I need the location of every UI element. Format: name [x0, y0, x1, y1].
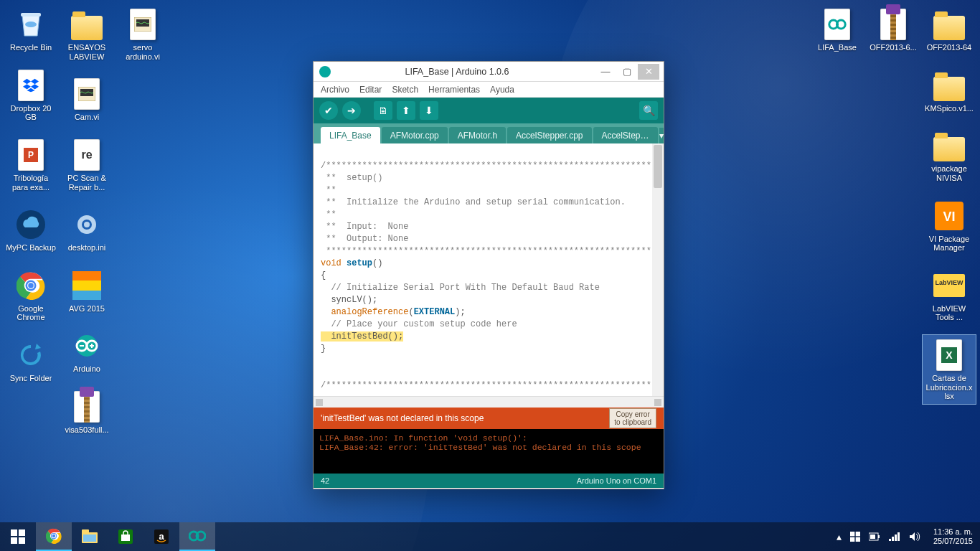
taskbar-store[interactable] — [108, 522, 143, 551]
desktop: Recycle BinDropbox 20 GBPTribología para… — [0, 0, 980, 551]
menu-editar[interactable]: Editar — [359, 85, 382, 95]
desktop-icon-cam-vi[interactable]: Cam.vi — [60, 74, 113, 125]
desktop-icons-right: OFF2013-64KMSpico.v1...vipackage NIVISAV… — [808, 4, 976, 404]
code-line: // Place your custom setup code here — [321, 319, 517, 329]
ensayos-labview-icon — [70, 7, 104, 42]
tab-afmotor-h[interactable]: AFMotor.h — [449, 127, 506, 143]
visa503-icon — [70, 390, 104, 424]
maximize-button[interactable]: ▢ — [616, 64, 638, 80]
taskbar-arduino[interactable] — [179, 522, 215, 551]
system-tray: ▴ — [831, 522, 926, 551]
desktop-icon-tribologia[interactable]: PTribología para exa... — [4, 135, 57, 194]
svg-rect-44 — [121, 534, 130, 541]
sync-folder-icon — [14, 338, 48, 372]
tray-volume-icon[interactable] — [909, 532, 920, 542]
menu-ayuda[interactable]: Ayuda — [490, 85, 514, 95]
code-line: } — [321, 344, 326, 354]
code-line: ** setup() — [321, 173, 382, 183]
desktop-icon-avg[interactable]: AVG 2015 — [60, 265, 113, 316]
new-button[interactable]: 🗎 — [374, 101, 392, 120]
desktop-icon-label: Recycle Bin — [10, 43, 52, 52]
taskbar-explorer[interactable] — [72, 522, 108, 551]
menu-herramientas[interactable]: Herramientas — [428, 85, 480, 95]
desktop-icon-desktop-ini[interactable]: desktop.ini — [60, 204, 113, 255]
editor-vertical-scrollbar[interactable] — [652, 143, 664, 396]
taskbar-clock[interactable]: 11:36 a. m. 25/07/2015 — [926, 522, 980, 551]
desktop-icon-dropbox[interactable]: Dropbox 20 GB — [4, 65, 57, 125]
desktop-icon-label: servo arduino.vi — [117, 43, 169, 61]
minimize-button[interactable]: — — [595, 64, 616, 80]
desktop-icon-sync-folder[interactable]: Sync Folder — [4, 335, 57, 386]
desktop-icon-label: AVG 2015 — [69, 304, 105, 314]
kmspico-icon — [932, 68, 966, 103]
code-line: { — [321, 270, 326, 281]
tab-accelstepper-h[interactable]: AccelStep… — [593, 127, 658, 143]
desktop-icon-label: Cam.vi — [75, 113, 99, 122]
tray-action-center-icon[interactable] — [850, 532, 860, 542]
desktop-icon-vipm[interactable]: VIVI Package Manager — [923, 196, 976, 255]
desktop-icon-mypc-backup[interactable]: MyPC Backup — [4, 204, 57, 255]
desktop-ini-icon — [70, 207, 104, 242]
svg-rect-55 — [870, 534, 875, 539]
tray-overflow-icon[interactable]: ▴ — [837, 531, 842, 542]
chrome-icon — [14, 268, 48, 303]
svg-rect-33 — [11, 537, 17, 544]
desktop-icon-label: Arduino — [73, 364, 100, 374]
desktop-icon-off2013-6[interactable]: OFF2013-6... — [867, 4, 920, 55]
desktop-icon-vipackage[interactable]: vipackage NIVISA — [923, 126, 976, 185]
desktop-icon-cartas-xlsx[interactable]: XCartas de Lubricacion.x lsx — [923, 335, 976, 404]
upload-button[interactable]: ➔ — [342, 101, 361, 120]
svg-rect-54 — [878, 535, 880, 538]
desktop-icon-kmspico[interactable]: KMSpico.v1... — [923, 65, 976, 116]
svg-rect-59 — [897, 532, 900, 541]
toolbar: ✔ ➔ 🗎 ⬆ ⬇ 🔍 — [314, 98, 664, 123]
desktop-icon-label: OFF2013-64 — [927, 43, 971, 52]
tabs-overflow-button[interactable]: ▾ — [659, 128, 664, 143]
code-editor[interactable]: /***************************************… — [314, 143, 664, 396]
menu-archivo[interactable]: Archivo — [321, 85, 349, 95]
svg-rect-51 — [850, 537, 854, 542]
code-token: analogReference — [321, 307, 408, 317]
desktop-icon-visa503[interactable]: visa503full... — [60, 387, 113, 438]
console[interactable]: LIFA_Base.ino: In function 'void setup()… — [314, 429, 664, 474]
desktop-icon-chrome[interactable]: Google Chrome — [4, 265, 57, 325]
close-button[interactable]: ✕ — [638, 64, 659, 80]
desktop-icons-left: Recycle BinDropbox 20 GBPTribología para… — [4, 4, 172, 438]
tab-lifa-base[interactable]: LIFA_Base — [321, 127, 380, 143]
desktop-icon-lifa-base-folder[interactable]: LIFA_Base — [811, 4, 864, 55]
verify-button[interactable]: ✔ — [319, 101, 338, 120]
svg-point-9 — [80, 217, 94, 232]
servo-vi-icon — [126, 7, 160, 42]
svg-point-15 — [76, 335, 98, 357]
menu-sketch[interactable]: Sketch — [392, 85, 418, 95]
tab-accelstepper-cpp[interactable]: AccelStepper.cpp — [507, 127, 591, 143]
taskbar-amazon[interactable]: a — [143, 522, 179, 551]
copy-error-label: to clipboard — [614, 418, 651, 426]
copy-error-button[interactable]: Copy error to clipboard — [609, 408, 656, 428]
open-button[interactable]: ⬆ — [397, 101, 415, 120]
desktop-icon-label: Cartas de Lubricacion.x lsx — [923, 374, 975, 401]
vipackage-icon — [932, 128, 966, 163]
clock-time: 11:36 a. m. — [933, 527, 973, 537]
cartas-xlsx-icon: X — [932, 338, 966, 372]
editor-horizontal-scrollbar[interactable] — [314, 396, 664, 408]
taskbar-chrome[interactable] — [36, 522, 72, 551]
svg-rect-49 — [850, 532, 854, 536]
desktop-icon-recycle-bin[interactable]: Recycle Bin — [4, 4, 57, 55]
desktop-icon-servo-vi[interactable]: servo arduino.vi — [116, 4, 169, 64]
desktop-icon-ensayos-labview[interactable]: ENSAYOS LABVIEW — [60, 4, 113, 64]
desktop-icon-off2013-64[interactable]: OFF2013-64 — [923, 4, 976, 55]
start-button[interactable] — [0, 522, 36, 551]
code-line: ** Input: None — [321, 222, 408, 232]
tray-network-icon[interactable] — [889, 532, 900, 541]
code-token: void — [321, 258, 341, 268]
desktop-icon-arduino-shortcut[interactable]: Arduino — [60, 326, 113, 377]
tab-afmotor-cpp[interactable]: AFMotor.cpp — [382, 127, 448, 143]
desktop-icon-labview-tools[interactable]: LabVIEWLabVIEW Tools ... — [923, 265, 976, 325]
save-button[interactable]: ⬇ — [420, 101, 438, 120]
serial-monitor-button[interactable]: 🔍 — [639, 101, 658, 120]
titlebar[interactable]: LIFA_Base | Arduino 1.0.6 — ▢ ✕ — [314, 62, 664, 82]
svg-rect-57 — [892, 537, 894, 541]
tray-battery-icon[interactable] — [869, 532, 880, 541]
desktop-icon-pc-scan[interactable]: rePC Scan & Repair b... — [60, 135, 113, 194]
